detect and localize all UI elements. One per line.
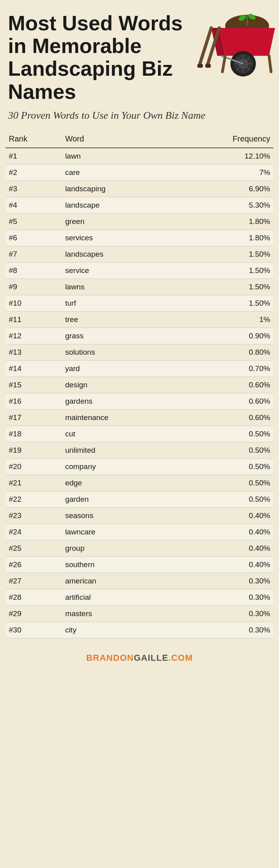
cell-word: lawncare xyxy=(62,524,174,540)
svg-line-19 xyxy=(222,56,225,72)
cell-rank: #20 xyxy=(6,458,62,475)
cell-word: tree xyxy=(62,311,174,328)
cell-word: care xyxy=(62,164,174,181)
cell-rank: #16 xyxy=(6,393,62,409)
col-rank: Rank xyxy=(6,130,62,148)
cell-frequency: 0.40% xyxy=(174,540,273,556)
cell-rank: #9 xyxy=(6,279,62,295)
cell-word: grass xyxy=(62,328,174,344)
cell-rank: #11 xyxy=(6,311,62,328)
header-section: Most Used Words in Memorable Landscaping… xyxy=(0,0,279,130)
cell-rank: #17 xyxy=(6,409,62,426)
cell-frequency: 0.30% xyxy=(174,589,273,605)
table-row: #5green1.80% xyxy=(6,213,273,230)
cell-word: cut xyxy=(62,426,174,442)
cell-word: lawn xyxy=(62,148,174,165)
cell-word: artificial xyxy=(62,589,174,605)
cell-frequency: 0.60% xyxy=(174,393,273,409)
table-row: #13solutions0.80% xyxy=(6,344,273,360)
table-row: #20company0.50% xyxy=(6,458,273,475)
table-row: #22garden0.50% xyxy=(6,491,273,507)
cell-frequency: 0.30% xyxy=(174,605,273,622)
cell-rank: #8 xyxy=(6,262,62,279)
svg-marker-4 xyxy=(219,28,275,56)
table-row: #30city0.30% xyxy=(6,622,273,638)
cell-word: city xyxy=(62,622,174,638)
table-row: #26southern0.40% xyxy=(6,556,273,573)
cell-word: landscaping xyxy=(62,181,174,197)
table-row: #11tree1% xyxy=(6,311,273,328)
cell-frequency: 0.50% xyxy=(174,475,273,491)
cell-rank: #23 xyxy=(6,507,62,524)
words-table: Rank Word Frequency #1lawn12.10%#2care7%… xyxy=(6,130,273,638)
table-row: #1lawn12.10% xyxy=(6,148,273,165)
main-title: Most Used Words in Memorable Landscaping… xyxy=(8,12,191,103)
cell-rank: #7 xyxy=(6,246,62,262)
cell-frequency: 12.10% xyxy=(174,148,273,165)
table-section: Rank Word Frequency #1lawn12.10%#2care7%… xyxy=(0,130,279,646)
table-row: #24lawncare0.40% xyxy=(6,524,273,540)
table-row: #28artificial0.30% xyxy=(6,589,273,605)
cell-frequency: 1.80% xyxy=(174,213,273,230)
cell-word: group xyxy=(62,540,174,556)
cell-frequency: 6.90% xyxy=(174,181,273,197)
cell-rank: #12 xyxy=(6,328,62,344)
cell-rank: #25 xyxy=(6,540,62,556)
cell-word: seasons xyxy=(62,507,174,524)
table-row: #27american0.30% xyxy=(6,573,273,589)
cell-word: american xyxy=(62,573,174,589)
cell-word: green xyxy=(62,213,174,230)
cell-rank: #29 xyxy=(6,605,62,622)
cell-word: design xyxy=(62,377,174,393)
cell-rank: #27 xyxy=(6,573,62,589)
cell-rank: #10 xyxy=(6,295,62,311)
table-row: #16gardens0.60% xyxy=(6,393,273,409)
table-row: #6services1.80% xyxy=(6,230,273,246)
cell-rank: #21 xyxy=(6,475,62,491)
cell-frequency: 0.40% xyxy=(174,524,273,540)
cell-rank: #13 xyxy=(6,344,62,360)
svg-rect-8 xyxy=(197,64,203,68)
cell-rank: #26 xyxy=(6,556,62,573)
table-row: #25group0.40% xyxy=(6,540,273,556)
cell-frequency: 5.30% xyxy=(174,197,273,213)
table-row: #9lawns1.50% xyxy=(6,279,273,295)
table-row: #7landscapes1.50% xyxy=(6,246,273,262)
col-frequency: Frequency xyxy=(174,130,273,148)
table-row: #23seasons0.40% xyxy=(6,507,273,524)
cell-frequency: 0.30% xyxy=(174,573,273,589)
table-row: #14yard0.70% xyxy=(6,360,273,377)
svg-rect-9 xyxy=(205,64,211,68)
col-word: Word xyxy=(62,130,174,148)
cell-rank: #15 xyxy=(6,377,62,393)
cell-word: masters xyxy=(62,605,174,622)
cell-word: gardens xyxy=(62,393,174,409)
cell-frequency: 0.80% xyxy=(174,344,273,360)
cell-word: edge xyxy=(62,475,174,491)
cell-frequency: 0.50% xyxy=(174,426,273,442)
table-row: #4landscape5.30% xyxy=(6,197,273,213)
table-row: #15design0.60% xyxy=(6,377,273,393)
cell-rank: #6 xyxy=(6,230,62,246)
cell-rank: #5 xyxy=(6,213,62,230)
cell-rank: #24 xyxy=(6,524,62,540)
table-row: #18cut0.50% xyxy=(6,426,273,442)
footer-brand-part3: .COM xyxy=(168,653,193,663)
cell-frequency: 0.70% xyxy=(174,360,273,377)
cell-frequency: 1.50% xyxy=(174,246,273,262)
cell-frequency: 0.60% xyxy=(174,409,273,426)
cell-frequency: 1.50% xyxy=(174,262,273,279)
table-row: #3landscaping6.90% xyxy=(6,181,273,197)
subtitle: 30 Proven Words to Use in Your Own Biz N… xyxy=(8,109,207,122)
table-row: #12grass0.90% xyxy=(6,328,273,344)
cell-word: solutions xyxy=(62,344,174,360)
table-row: #8service1.50% xyxy=(6,262,273,279)
table-row: #29masters0.30% xyxy=(6,605,273,622)
cell-rank: #19 xyxy=(6,442,62,458)
table-row: #10turf1.50% xyxy=(6,295,273,311)
cell-word: garden xyxy=(62,491,174,507)
footer-brand: BRANDONGAILLE.COM xyxy=(0,646,279,671)
cell-word: unlimited xyxy=(62,442,174,458)
cell-frequency: 7% xyxy=(174,164,273,181)
cell-frequency: 1.80% xyxy=(174,230,273,246)
